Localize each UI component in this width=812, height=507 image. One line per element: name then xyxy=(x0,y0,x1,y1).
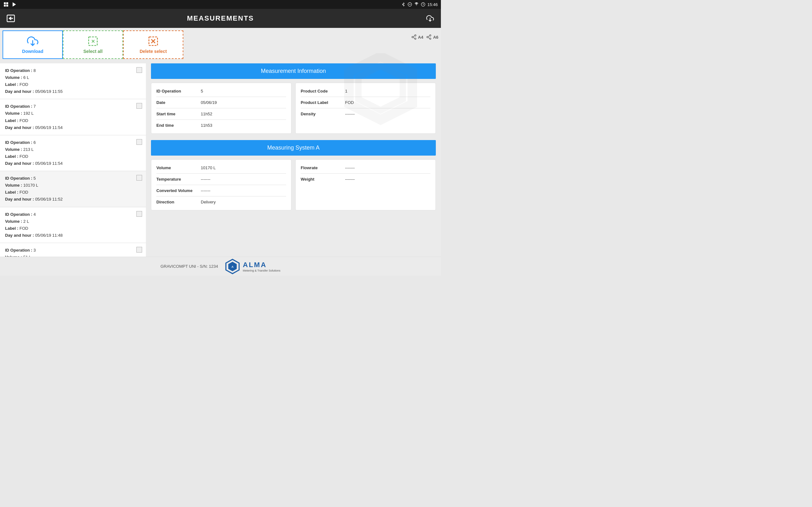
measurement-info-left-card: ID Operation 5 Date 05/06/19 Start time … xyxy=(151,83,292,134)
delete-select-button[interactable]: Delete select xyxy=(123,31,183,59)
alma-subtext: Metering & Transfer Solutions xyxy=(243,269,281,272)
device-text: GRAVICOMPT UNI - S/N: 1234 xyxy=(160,264,218,269)
page-title: MEASUREMENTS xyxy=(187,14,254,22)
list-item-checkbox[interactable] xyxy=(136,211,142,217)
measurement-info-header: Measurement Information xyxy=(151,63,436,79)
info-value: 1 xyxy=(345,89,430,94)
download-cloud-icon xyxy=(26,36,39,47)
list-item-text: ID Operation : 4 Volume : 2 L Label : FO… xyxy=(5,211,141,239)
info-row: Product Label FOD xyxy=(301,97,430,108)
minus-circle-icon xyxy=(408,2,412,7)
share-buttons: A4 A6 xyxy=(411,34,438,40)
list-item[interactable]: ID Operation : 8 Volume : 6 L Label : FO… xyxy=(0,63,146,99)
measuring-system-right-card: Flowrate ------- Weight ------- xyxy=(295,159,436,210)
info-row: Start time 11h52 xyxy=(156,108,286,120)
share-a6-button[interactable]: A6 xyxy=(426,34,438,40)
svg-rect-0 xyxy=(4,2,6,4)
svg-line-23 xyxy=(413,36,415,37)
status-time: 15:46 xyxy=(427,2,438,7)
info-value: FOD xyxy=(345,100,430,105)
list-item-checkbox[interactable] xyxy=(136,139,142,145)
info-label: Density xyxy=(301,112,345,116)
info-label: Converted Volume xyxy=(156,188,201,193)
svg-line-22 xyxy=(413,38,415,38)
svg-rect-2 xyxy=(4,5,6,7)
info-label: Volume xyxy=(156,165,201,170)
info-label: Date xyxy=(156,100,201,105)
info-value: ------- xyxy=(345,177,430,181)
download-button[interactable]: Download xyxy=(3,31,63,59)
download-label: Download xyxy=(22,49,44,54)
svg-text:✕: ✕ xyxy=(91,39,95,44)
info-value: ------- xyxy=(345,112,430,116)
info-value: ------- xyxy=(201,188,286,193)
svg-text:A: A xyxy=(231,265,234,268)
info-row: Product Code 1 xyxy=(301,86,430,97)
delete-select-label: Delete select xyxy=(140,49,167,54)
status-bar-left xyxy=(3,2,17,7)
info-label: ID Operation xyxy=(156,89,201,94)
share-a4-label: A4 xyxy=(418,35,423,40)
wifi-icon xyxy=(414,2,419,7)
info-row: Converted Volume ------- xyxy=(156,185,286,196)
info-value: ------- xyxy=(201,177,286,181)
list-item-text: ID Operation : 7 Volume : 192 L Label : … xyxy=(5,103,141,131)
measurement-info-right-card: Product Code 1 Product Label FOD Density… xyxy=(295,83,436,134)
status-bar: 15:46 xyxy=(0,0,441,9)
svg-point-20 xyxy=(412,37,413,38)
share-icon-a4 xyxy=(411,34,417,40)
info-value: 11h53 xyxy=(201,123,286,128)
measuring-system-a-cards: Volume 10170 L Temperature ------- Conve… xyxy=(151,159,436,210)
svg-point-21 xyxy=(415,38,416,40)
list-item[interactable]: ID Operation : 7 Volume : 192 L Label : … xyxy=(0,99,146,135)
list-item[interactable]: ID Operation : 6 Volume : 213 L Label : … xyxy=(0,135,146,171)
info-value: Delivery xyxy=(201,200,286,205)
info-label: Temperature xyxy=(156,177,201,181)
svg-rect-3 xyxy=(6,5,8,7)
share-a4-button[interactable]: A4 xyxy=(411,34,423,40)
info-label: Product Code xyxy=(301,89,345,94)
info-value: 5 xyxy=(201,89,286,94)
list-item-text: ID Operation : 8 Volume : 6 L Label : FO… xyxy=(5,67,141,95)
info-label: Product Label xyxy=(301,100,345,105)
list-item-text: ID Operation : 5 Volume : 10170 L Label … xyxy=(5,175,141,203)
svg-marker-4 xyxy=(13,2,16,7)
list-item-checkbox[interactable] xyxy=(136,175,142,181)
clock-icon xyxy=(421,2,425,7)
info-label: Flowrate xyxy=(301,165,345,170)
info-value: ------- xyxy=(345,165,430,170)
toolbar: Download ✕ Select all Delete select xyxy=(3,31,183,59)
list-item[interactable]: ID Operation : 5 Volume : 10170 L Label … xyxy=(0,171,146,207)
measuring-system-left-card: Volume 10170 L Temperature ------- Conve… xyxy=(151,159,292,210)
info-row: End time 11h53 xyxy=(156,120,286,131)
info-row: Weight ------- xyxy=(301,174,430,185)
header-download-button[interactable] xyxy=(424,13,436,24)
svg-point-26 xyxy=(430,38,432,40)
list-item-checkbox[interactable] xyxy=(136,67,142,73)
info-label: Direction xyxy=(156,200,201,205)
alma-name: ALMA xyxy=(243,261,281,269)
list-item[interactable]: ID Operation : 4 Volume : 2 L Label : FO… xyxy=(0,207,146,243)
list-item-checkbox[interactable] xyxy=(136,103,142,109)
footer: GRAVICOMPT UNI - S/N: 1234 A ALMA Meteri… xyxy=(0,257,441,276)
list-item[interactable]: ID Operation : 3 Volume : 51 L Label : xyxy=(0,243,146,257)
select-all-button[interactable]: ✕ Select all xyxy=(63,31,123,59)
list-item-checkbox[interactable] xyxy=(136,247,142,252)
info-row: ID Operation 5 xyxy=(156,86,286,97)
share-icon-a6 xyxy=(426,34,432,40)
measurements-list: ID Operation : 8 Volume : 6 L Label : FO… xyxy=(0,28,146,257)
svg-rect-1 xyxy=(6,2,8,4)
info-row: Temperature ------- xyxy=(156,174,286,185)
header: MEASUREMENTS xyxy=(0,9,441,28)
list-item-text: ID Operation : 3 Volume : 51 L Label : xyxy=(5,247,141,257)
info-label: Weight xyxy=(301,177,345,181)
alma-logo-text: ALMA Metering & Transfer Solutions xyxy=(243,261,281,272)
list-item-text: ID Operation : 6 Volume : 213 L Label : … xyxy=(5,139,141,167)
info-row: Volume 10170 L xyxy=(156,162,286,174)
info-value: 05/06/19 xyxy=(201,100,286,105)
svg-point-19 xyxy=(415,35,416,37)
svg-point-25 xyxy=(427,37,428,38)
back-button[interactable] xyxy=(5,13,16,24)
alma-hex-icon: A xyxy=(224,259,241,274)
info-row: Date 05/06/19 xyxy=(156,97,286,108)
